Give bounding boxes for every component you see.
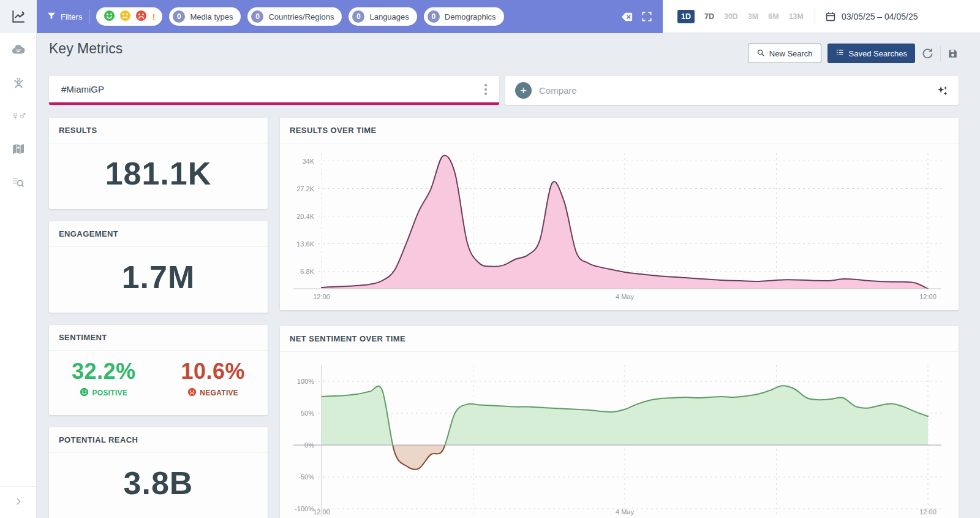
sidebar-item-influencers[interactable] [0, 66, 37, 99]
svg-text:50%: 50% [301, 409, 314, 417]
filters-button[interactable]: Filters [47, 11, 82, 23]
angry-face-icon [135, 10, 147, 24]
sentiment-positive: 32.2% POSITIVE [49, 359, 159, 398]
svg-text:20.4K: 20.4K [296, 213, 314, 220]
svg-text:-100%: -100% [295, 505, 314, 512]
topbar-divider [89, 9, 89, 24]
cloud-icon [10, 42, 26, 58]
search-query-text: #MiamiGP [61, 84, 481, 94]
net-sentiment-over-time-card: NET SENTIMENT OVER TIME 100%50%0%-50%-10… [280, 326, 959, 518]
negative-label: NEGATIVE [200, 389, 238, 397]
svg-text:34K: 34K [302, 158, 314, 165]
chart-title: NET SENTIMENT OVER TIME [280, 326, 959, 352]
card-title: RESULTS [49, 118, 268, 143]
results-value: 181.1K [49, 155, 268, 192]
list-search-icon [11, 175, 26, 189]
saved-searches-button[interactable]: Saved Searches [827, 44, 915, 63]
results-card: RESULTS 181.1K [49, 118, 268, 209]
funnel-icon [47, 11, 56, 23]
sentiment-card: SENTIMENT 32.2% POSITIVE 10.6% NEGATIVE [49, 325, 268, 415]
engagement-card: ENGAGEMENT 1.7M [49, 221, 268, 313]
potential-reach-value: 3.8B [49, 465, 268, 501]
card-title: ENGAGEMENT [49, 221, 268, 247]
range-6m[interactable]: 6M [768, 12, 778, 21]
refresh-icon[interactable] [921, 47, 934, 60]
person-cheering-icon [11, 75, 26, 91]
sentiment-filter-pill[interactable]: ! [96, 7, 162, 26]
count-badge: 0 [251, 10, 263, 23]
svg-text:13.6K: 13.6K [296, 240, 314, 248]
svg-text:-50%: -50% [298, 473, 314, 481]
sidebar-item-world-map[interactable] [0, 132, 37, 166]
page-title: Key Metrics [49, 40, 123, 57]
fullscreen-icon[interactable] [641, 10, 653, 23]
count-badge: 0 [352, 10, 364, 23]
svg-text:4 May: 4 May [616, 293, 634, 300]
filter-pill-languages[interactable]: 0 Languages [349, 7, 417, 26]
happy-face-icon [104, 10, 115, 24]
chevron-right-icon [13, 497, 23, 509]
card-title: POTENTIAL REACH [49, 427, 268, 453]
trend-chart-icon [10, 9, 26, 25]
search-icon [756, 48, 765, 59]
count-badge: 0 [428, 10, 440, 23]
sidebar-item-key-metrics[interactable] [0, 0, 37, 33]
svg-text:12:00: 12:00 [919, 293, 937, 300]
exclamation-icon: ! [152, 12, 155, 22]
compare-box[interactable]: + Compare [505, 76, 959, 105]
svg-text:100%: 100% [297, 378, 314, 385]
timerange-bar: 1D 7D 30D 3M 6M 13M 03/05/25 – 04/05/25 [663, 0, 980, 33]
app-root: ♀♂ Filters [0, 0, 980, 518]
filter-pill-demographics[interactable]: 0 Demographics [424, 7, 504, 26]
search-query-box[interactable]: #MiamiGP [49, 76, 499, 105]
timerange-divider [815, 9, 815, 25]
new-search-button[interactable]: New Search [748, 44, 821, 63]
map-icon [11, 142, 26, 156]
svg-text:12:00: 12:00 [919, 508, 937, 516]
positive-label: POSITIVE [92, 389, 127, 397]
sidebar-item-word-cloud[interactable] [0, 33, 37, 66]
ai-sparkle-icon[interactable] [935, 84, 949, 97]
filters-label: Filters [61, 12, 82, 21]
compare-placeholder: Compare [539, 85, 928, 96]
filter-pill-media-types[interactable]: 0 Media types [169, 7, 241, 26]
svg-text:12:00: 12:00 [313, 508, 330, 516]
header-actions: New Search Saved Searches [748, 44, 959, 63]
positive-face-icon [80, 387, 89, 398]
sidebar-item-topic-search[interactable] [0, 166, 37, 199]
kebab-menu-icon[interactable] [481, 82, 491, 97]
date-range[interactable]: 03/05/25 – 04/05/25 [842, 12, 918, 21]
range-13m[interactable]: 13M [789, 12, 804, 21]
range-30d[interactable]: 30D [724, 12, 738, 21]
sidebar: ♀♂ [0, 0, 37, 518]
sidebar-collapse-toggle[interactable] [0, 486, 36, 518]
clear-filters-icon[interactable] [620, 10, 634, 24]
negative-value: 10.6% [159, 359, 268, 384]
sentiment-negative: 10.6% NEGATIVE [159, 359, 268, 398]
save-icon[interactable] [947, 48, 959, 59]
results-over-time-chart: 34K27.2K20.4K13.6K6.8K12:004 May12:00 [280, 143, 959, 310]
sidebar-item-demographics[interactable]: ♀♂ [0, 99, 37, 132]
net-sentiment-over-time-chart: 100%50%0%-50%-100%12:004 May12:00 [280, 352, 959, 518]
neutral-face-icon [119, 10, 131, 24]
actions-divider [940, 46, 941, 61]
calendar-icon[interactable] [825, 11, 836, 22]
range-3m[interactable]: 3M [748, 12, 758, 21]
filter-pill-countries-regions[interactable]: 0 Countries/Regions [247, 7, 342, 26]
saved-list-icon [835, 48, 845, 59]
add-compare-icon: + [515, 82, 532, 99]
engagement-value: 1.7M [49, 259, 268, 295]
card-title: SENTIMENT [49, 325, 268, 351]
svg-text:6.8K: 6.8K [300, 268, 314, 275]
svg-text:0%: 0% [304, 441, 314, 449]
range-7d[interactable]: 7D [704, 12, 714, 21]
count-badge: 0 [173, 10, 185, 23]
potential-reach-card: POTENTIAL REACH 3.8B [49, 427, 268, 518]
results-over-time-card: RESULTS OVER TIME 34K27.2K20.4K13.6K6.8K… [280, 118, 959, 310]
chart-title: RESULTS OVER TIME [280, 118, 959, 143]
svg-text:27.2K: 27.2K [296, 185, 314, 192]
negative-face-icon [187, 387, 197, 398]
svg-text:4 May: 4 May [616, 508, 634, 516]
range-1d[interactable]: 1D [677, 10, 695, 23]
filters-topbar: Filters ! 0 Media types 0 Countries/Regi… [37, 0, 663, 33]
